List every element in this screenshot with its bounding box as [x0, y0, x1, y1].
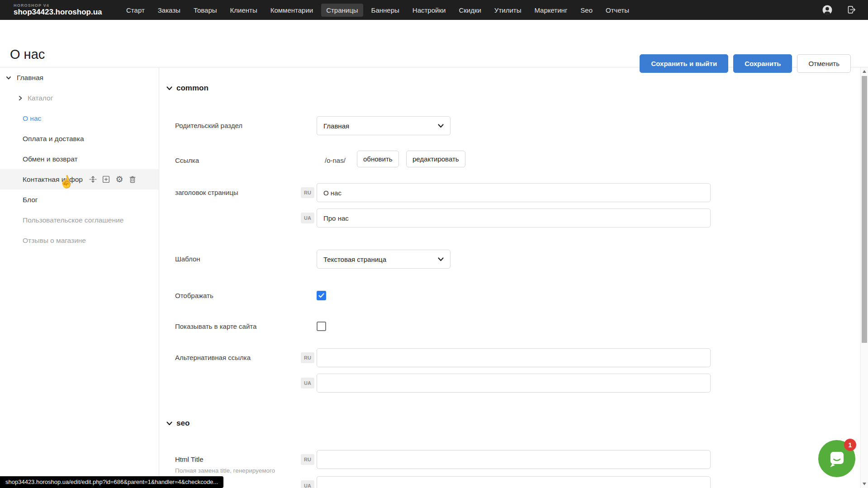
gear-icon[interactable]: ⚙	[115, 175, 124, 184]
sitemap-checkbox[interactable]	[317, 322, 326, 331]
page-title-ru-input[interactable]	[317, 183, 711, 202]
menu-seo[interactable]: Seo	[575, 4, 598, 17]
logo-domain: shop34423.horoshop.ua	[14, 8, 121, 17]
sitemap-label: Показывать в карте сайта	[175, 322, 256, 332]
menu-products[interactable]: Товары	[189, 4, 222, 17]
scrollbar-thumb[interactable]	[862, 76, 867, 343]
scroll-up-arrow[interactable]	[863, 70, 866, 73]
html-title-label: Html Title	[175, 450, 204, 469]
top-navigation: Старт Заказы Товары Клиенты Комментарии …	[121, 4, 634, 17]
menu-comments[interactable]: Комментарии	[266, 4, 318, 17]
display-label: Отображать	[175, 291, 213, 301]
lang-badge-ru: RU	[301, 187, 314, 198]
lang-badge-ua: UA	[301, 213, 314, 223]
menu-marketing[interactable]: Маркетинг	[529, 4, 572, 17]
template-label: Шаблон	[175, 250, 200, 269]
save-and-exit-button[interactable]: Сохранить и выйти	[640, 54, 728, 73]
lang-badge-ru: RU	[301, 352, 314, 363]
chevron-right-icon	[17, 95, 24, 101]
chat-widget-button[interactable]: 1	[818, 440, 855, 477]
check-icon	[318, 293, 324, 298]
link-path-value: /o-nas/	[325, 152, 346, 169]
select-value: Текстовая страница	[317, 256, 438, 263]
pages-tree-sidebar: Главная Каталог О нас Оплата и доставка …	[0, 67, 159, 488]
page-header: О нас Сохранить и выйти Сохранить Отмени…	[0, 20, 868, 67]
menu-banners[interactable]: Баннеры	[366, 4, 404, 17]
tree-item-actions: ⚙	[89, 175, 137, 184]
template-select[interactable]: Текстовая страница	[317, 250, 451, 269]
html-title-ua-input[interactable]	[317, 476, 711, 488]
vertical-scrollbar[interactable]	[860, 67, 868, 488]
menu-clients[interactable]: Клиенты	[225, 4, 262, 17]
tree-item-kontaktnaya-infor[interactable]: Контактная инфор ⚙	[0, 169, 159, 190]
menu-start[interactable]: Старт	[121, 4, 150, 17]
select-value: Главная	[317, 122, 438, 130]
lang-badge-ua: UA	[301, 480, 314, 488]
page-title-ua-input[interactable]	[317, 208, 711, 227]
section-seo-header[interactable]: seo	[166, 419, 190, 428]
logo[interactable]: HOROSHOP V4 shop34423.horoshop.ua	[14, 4, 121, 17]
add-subpage-icon[interactable]	[102, 175, 111, 184]
display-checkbox[interactable]	[317, 291, 326, 300]
html-title-ru-input[interactable]	[317, 450, 711, 469]
menu-pages[interactable]: Страницы	[321, 4, 363, 17]
parent-section-label: Родительский раздел	[175, 116, 242, 135]
tree-item-polzovatelskoe-soglashenie[interactable]: Пользовательское соглашение	[0, 210, 159, 230]
menu-utilities[interactable]: Утилиты	[489, 4, 526, 17]
tree-item-blog[interactable]: Блог	[0, 190, 159, 210]
header-buttons: Сохранить и выйти Сохранить Отменить	[640, 54, 851, 73]
chevron-down-icon	[166, 86, 172, 90]
lang-badge-ru: RU	[301, 454, 314, 465]
tree-item-katalog[interactable]: Каталог	[0, 88, 159, 108]
topbar-right	[822, 5, 857, 15]
scroll-down-arrow[interactable]	[863, 483, 866, 485]
page-title: О нас	[10, 47, 45, 62]
topbar: HOROSHOP V4 shop34423.horoshop.ua Старт …	[0, 0, 868, 20]
menu-orders[interactable]: Заказы	[153, 4, 185, 17]
html-title-hint: Полная замена title, генерируемого	[175, 467, 275, 474]
page-edit-form: common Родительский раздел Главная Ссылк…	[159, 67, 860, 488]
tree-item-oplata-i-dostavka[interactable]: Оплата и доставка	[0, 128, 159, 149]
chat-unread-badge: 1	[844, 439, 856, 451]
tree-item-label: Обмен и возврат	[0, 155, 78, 163]
section-common-header[interactable]: common	[166, 84, 209, 93]
section-title: seo	[176, 419, 190, 428]
tree-item-otzyvy-o-magazine[interactable]: Отзывы о магазине	[0, 230, 159, 251]
account-icon[interactable]	[822, 5, 833, 15]
tree-item-label: О нас	[0, 114, 41, 123]
section-title: common	[176, 84, 209, 93]
menu-settings[interactable]: Настройки	[408, 4, 451, 17]
chevron-down-icon	[438, 257, 444, 261]
tree-item-obmen-i-vozvrat[interactable]: Обмен и возврат	[0, 149, 159, 169]
menu-reports[interactable]: Отчеты	[601, 4, 634, 17]
menu-discounts[interactable]: Скидки	[454, 4, 486, 17]
cancel-button[interactable]: Отменить	[797, 54, 851, 73]
link-label: Ссылка	[175, 152, 199, 169]
chevron-down-icon	[166, 422, 172, 426]
tree-item-label: Оплата и доставка	[0, 135, 84, 143]
status-url-bar: shop34423.horoshop.ua/edit/edit.php?id=6…	[0, 476, 223, 488]
parent-section-select[interactable]: Главная	[317, 116, 451, 135]
trash-icon[interactable]	[128, 175, 137, 184]
save-button[interactable]: Сохранить	[733, 54, 792, 73]
alt-link-label: Альтернативная ссылка	[175, 348, 251, 367]
chevron-down-icon	[438, 124, 444, 128]
tree-item-label: Пользовательское соглашение	[0, 216, 123, 224]
alt-link-ua-input[interactable]	[317, 374, 711, 393]
tree-item-glavnaya[interactable]: Главная	[0, 67, 159, 88]
page-title-label: заголовок страницы	[175, 183, 238, 202]
link-refresh-button[interactable]: обновить	[357, 151, 399, 167]
tree-item-o-nas[interactable]: О нас	[0, 108, 159, 128]
tree-item-label: Контактная инфор	[0, 175, 83, 184]
alt-link-ru-input[interactable]	[317, 348, 711, 367]
tree-item-label: Отзывы о магазине	[0, 237, 86, 245]
tree-item-label: Каталог	[0, 94, 53, 102]
move-icon[interactable]	[89, 175, 98, 184]
link-edit-button[interactable]: редактировать	[406, 151, 465, 167]
tree-item-label: Блог	[0, 196, 38, 204]
lang-badge-ua: UA	[301, 378, 314, 389]
logout-icon[interactable]	[846, 5, 857, 15]
chevron-down-icon	[5, 75, 12, 81]
